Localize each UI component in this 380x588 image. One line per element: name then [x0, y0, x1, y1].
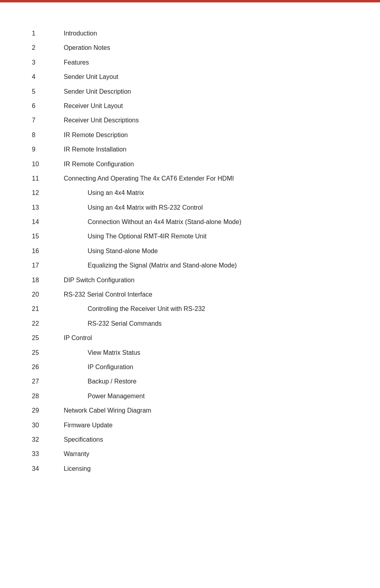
toc-number: 34 [32, 462, 64, 476]
toc-row: 16Using Stand-alone Mode [32, 244, 348, 258]
toc-label[interactable]: IR Remote Installation [64, 142, 348, 157]
toc-number: 2 [32, 41, 64, 55]
toc-label[interactable]: IP Configuration [64, 360, 348, 374]
top-bar [0, 0, 380, 2]
toc-number: 16 [32, 244, 64, 258]
toc-label[interactable]: Controlling the Receiver Unit with RS-23… [64, 302, 348, 316]
toc-label[interactable]: Firmware Update [64, 418, 348, 433]
toc-label[interactable]: DIP Switch Configuration [64, 273, 348, 287]
toc-number: 27 [32, 374, 64, 389]
toc-table: 1Introduction2Operation Notes3Features4S… [32, 26, 348, 476]
toc-number: 7 [32, 113, 64, 128]
toc-number: 5 [32, 85, 64, 99]
toc-label[interactable]: IR Remote Description [64, 128, 348, 142]
toc-row: 8IR Remote Description [32, 128, 348, 142]
toc-row: 33Warranty [32, 447, 348, 461]
toc-number: 1 [32, 26, 64, 41]
toc-row: 5Sender Unit Description [32, 85, 348, 99]
toc-row: 13Using an 4x4 Matrix with RS-232 Contro… [32, 201, 348, 215]
toc-row: 9IR Remote Installation [32, 142, 348, 157]
toc-number: 9 [32, 142, 64, 157]
toc-label[interactable]: Connection Without an 4x4 Matrix (Stand-… [64, 215, 348, 229]
toc-label[interactable]: Using an 4x4 Matrix with RS-232 Control [64, 201, 348, 215]
toc-label[interactable]: RS-232 Serial Control Interface [64, 287, 348, 302]
toc-label[interactable]: Receiver Unit Layout [64, 99, 348, 113]
toc-label[interactable]: Using Stand-alone Mode [64, 244, 348, 258]
toc-label[interactable]: Introduction [64, 26, 348, 41]
toc-row: 15Using The Optional RMT-4IR Remote Unit [32, 229, 348, 244]
toc-number: 30 [32, 418, 64, 433]
toc-row: 11Connecting And Operating The 4x CAT6 E… [32, 171, 348, 186]
toc-label[interactable]: View Matrix Status [64, 346, 348, 360]
toc-row: 10IR Remote Configuration [32, 157, 348, 171]
toc-label[interactable]: Using an 4x4 Matrix [64, 186, 348, 200]
toc-number: 15 [32, 229, 64, 244]
toc-number: 6 [32, 99, 64, 113]
toc-number: 3 [32, 55, 64, 70]
toc-label[interactable]: Sender Unit Layout [64, 70, 348, 84]
toc-label[interactable]: Connecting And Operating The 4x CAT6 Ext… [64, 171, 348, 186]
toc-label[interactable]: Specifications [64, 433, 348, 447]
toc-number: 17 [32, 258, 64, 273]
toc-row: 2Operation Notes [32, 41, 348, 55]
toc-label[interactable]: Sender Unit Description [64, 85, 348, 99]
toc-number: 4 [32, 70, 64, 84]
toc-number: 21 [32, 302, 64, 316]
toc-label[interactable]: Network Cabel Wiring Diagram [64, 403, 348, 418]
toc-number: 14 [32, 215, 64, 229]
toc-row: 30Firmware Update [32, 418, 348, 433]
toc-row: 20RS-232 Serial Control Interface [32, 287, 348, 302]
toc-row: 21Controlling the Receiver Unit with RS-… [32, 302, 348, 316]
toc-number: 8 [32, 128, 64, 142]
toc-number: 28 [32, 389, 64, 403]
toc-label[interactable]: IR Remote Configuration [64, 157, 348, 171]
toc-number: 33 [32, 447, 64, 461]
toc-number: 12 [32, 186, 64, 200]
toc-row: 22RS-232 Serial Commands [32, 317, 348, 331]
toc-label[interactable]: IP Control [64, 331, 348, 345]
toc-label[interactable]: RS-232 Serial Commands [64, 317, 348, 331]
toc-row: 32Specifications [32, 433, 348, 447]
toc-row: 14Connection Without an 4x4 Matrix (Stan… [32, 215, 348, 229]
toc-label[interactable]: Features [64, 55, 348, 70]
toc-number: 10 [32, 157, 64, 171]
toc-row: 27Backup / Restore [32, 374, 348, 389]
toc-label[interactable]: Receiver Unit Descriptions [64, 113, 348, 128]
toc-label[interactable]: Equalizing the Signal (Matrix and Stand-… [64, 258, 348, 273]
toc-row: 25View Matrix Status [32, 346, 348, 360]
toc-row: 6Receiver Unit Layout [32, 99, 348, 113]
toc-row: 28Power Management [32, 389, 348, 403]
toc-label[interactable]: Backup / Restore [64, 374, 348, 389]
toc-number: 11 [32, 171, 64, 186]
toc-row: 18DIP Switch Configuration [32, 273, 348, 287]
toc-number: 25 [32, 331, 64, 345]
toc-row: 1Introduction [32, 26, 348, 41]
toc-row: 25IP Control [32, 331, 348, 345]
toc-label[interactable]: Warranty [64, 447, 348, 461]
toc-row: 7Receiver Unit Descriptions [32, 113, 348, 128]
toc-number: 29 [32, 403, 64, 418]
toc-row: 3Features [32, 55, 348, 70]
toc-number: 22 [32, 317, 64, 331]
toc-number: 13 [32, 201, 64, 215]
toc-label[interactable]: Licensing [64, 462, 348, 476]
page-container: 1Introduction2Operation Notes3Features4S… [0, 2, 380, 500]
toc-row: 29Network Cabel Wiring Diagram [32, 403, 348, 418]
toc-number: 26 [32, 360, 64, 374]
toc-row: 26IP Configuration [32, 360, 348, 374]
toc-number: 18 [32, 273, 64, 287]
toc-row: 12Using an 4x4 Matrix [32, 186, 348, 200]
toc-label[interactable]: Using The Optional RMT-4IR Remote Unit [64, 229, 348, 244]
toc-row: 17Equalizing the Signal (Matrix and Stan… [32, 258, 348, 273]
toc-number: 32 [32, 433, 64, 447]
toc-number: 25 [32, 346, 64, 360]
toc-label[interactable]: Power Management [64, 389, 348, 403]
toc-label[interactable]: Operation Notes [64, 41, 348, 55]
toc-row: 4Sender Unit Layout [32, 70, 348, 84]
toc-number: 20 [32, 287, 64, 302]
toc-row: 34Licensing [32, 462, 348, 476]
